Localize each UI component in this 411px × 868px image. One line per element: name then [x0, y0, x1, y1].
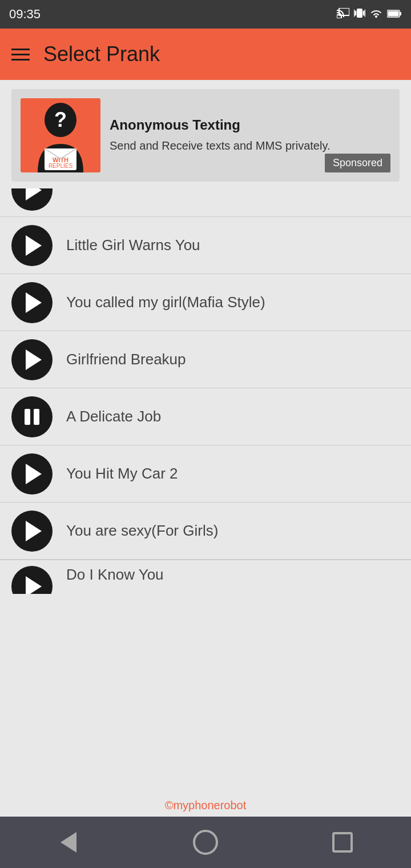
play-icon [26, 349, 42, 370]
prank-name-7: Do I Know You [66, 566, 164, 584]
play-icon [26, 188, 42, 200]
prank-list: Little Girl Warns You You called my girl… [0, 188, 411, 794]
prank-name-2: You called my girl(Mafia Style) [66, 294, 265, 311]
svg-rect-10 [388, 11, 399, 16]
ad-image: ? WITH REPLIES [21, 98, 100, 172]
play-button-2[interactable] [11, 282, 53, 323]
vibrate-icon [354, 7, 365, 22]
battery-icon [387, 9, 402, 21]
play-icon [26, 521, 42, 541]
content-area: ? WITH REPLIES Anonymous Texting Send an… [0, 80, 411, 817]
ad-title: Anonymous Texting [110, 117, 390, 133]
footer: ©myphonerobot [0, 794, 411, 817]
ad-banner[interactable]: ? WITH REPLIES Anonymous Texting Send an… [11, 89, 400, 182]
prank-item[interactable]: Little Girl Warns You [0, 217, 411, 274]
svg-rect-9 [400, 12, 401, 15]
prank-item[interactable]: Girlfriend Breakup [0, 331, 411, 388]
play-icon [26, 576, 42, 594]
recent-apps-icon [332, 832, 353, 853]
svg-rect-2 [357, 9, 362, 18]
play-button-partial[interactable] [11, 188, 53, 211]
play-icon [26, 292, 42, 313]
play-icon [26, 464, 42, 484]
play-button-5[interactable] [11, 453, 53, 495]
nav-back-button[interactable] [51, 825, 86, 859]
page-title: Select Prank [43, 42, 160, 66]
nav-recent-button[interactable] [325, 825, 360, 859]
nav-bar [0, 817, 411, 868]
ad-text: Anonymous Texting Send and Receive texts… [110, 117, 390, 154]
prank-item[interactable]: You called my girl(Mafia Style) [0, 274, 411, 331]
wifi-icon [370, 9, 382, 21]
prank-item[interactable]: You Hit My Car 2 [0, 445, 411, 503]
svg-text:REPLIES: REPLIES [49, 163, 73, 169]
prank-name-5: You Hit My Car 2 [66, 465, 178, 483]
svg-text:?: ? [54, 108, 67, 131]
nav-home-button[interactable] [188, 825, 223, 859]
prank-item-partial-top[interactable] [0, 188, 411, 217]
pause-icon [25, 409, 39, 425]
play-button-7-partial[interactable] [11, 566, 53, 594]
hamburger-menu-button[interactable] [11, 49, 30, 61]
home-icon [193, 830, 218, 855]
status-icons [337, 7, 402, 22]
status-bar: 09:35 [0, 0, 411, 29]
play-icon [26, 235, 42, 256]
ad-description: Send and Receive texts and MMS privately… [110, 138, 390, 154]
prank-item[interactable]: You are sexy(For Girls) [0, 503, 411, 560]
prank-name-1: Little Girl Warns You [66, 236, 200, 254]
status-time: 09:35 [9, 7, 41, 22]
app-bar: Select Prank [0, 29, 411, 80]
svg-point-7 [375, 15, 377, 18]
play-button-3[interactable] [11, 339, 53, 380]
prank-name-3: Girlfriend Breakup [66, 351, 186, 368]
copyright-text: ©myphonerobot [165, 799, 247, 811]
back-icon [61, 832, 76, 853]
play-button-6[interactable] [11, 511, 53, 552]
prank-item[interactable]: A Delicate Job [0, 388, 411, 445]
prank-item-partial-bottom[interactable]: Do I Know You [0, 560, 411, 594]
prank-name-6: You are sexy(For Girls) [66, 522, 218, 540]
play-button-1[interactable] [11, 225, 53, 266]
pause-button-4[interactable] [11, 396, 53, 437]
cast-icon [337, 8, 349, 21]
prank-name-4: A Delicate Job [66, 408, 161, 425]
sponsored-badge: Sponsored [325, 154, 390, 172]
